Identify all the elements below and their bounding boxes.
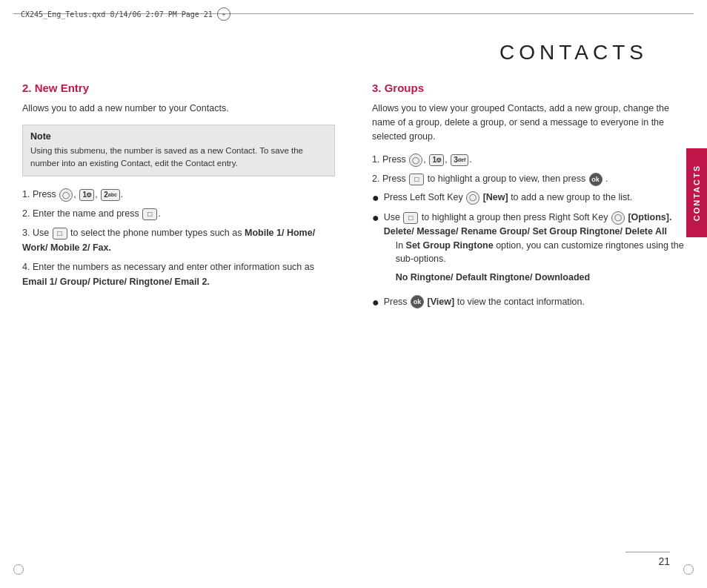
key-ok2-icon: ok [411, 295, 424, 308]
step-1-number: 1. Press [22, 189, 59, 199]
key-leftsoftkey-icon: ◯ [466, 191, 479, 205]
step-3-number: 3. Use [22, 228, 52, 238]
bullet-1-content: Press Left Soft Key ◯ [New] to add a new… [384, 191, 685, 205]
bullet-2-use: Use [384, 212, 403, 222]
bullet-3: ● Press ok [View] to view the contact in… [372, 295, 685, 309]
step-1: 1. Press ◯, 1⎊, 2abc. [22, 187, 335, 202]
bullet-2-content: Use □ to highlight a group then press Ri… [384, 211, 685, 289]
right-column: 3. Groups Allows you to view your groupe… [365, 82, 685, 544]
step-3-text: to select the phone number types such as [70, 228, 245, 238]
page-title: CONTACTS [499, 41, 648, 65]
bullet-1-text-before: Press Left Soft Key [384, 192, 465, 202]
bullet-3-press: Press [384, 297, 410, 307]
bullet-dot-3: ● [372, 297, 379, 308]
groups-intro: Allows you to view your grouped Contacts… [372, 102, 685, 143]
step-2: 2. Enter the name and press □. [22, 206, 335, 221]
key-menu-icon: ◯ [59, 188, 73, 202]
bullet-1-text-after: to add a new group to the list. [511, 192, 632, 202]
bullet-3-content: Press ok [View] to view the contact info… [384, 295, 685, 309]
bullet-3-text-after: to view the contact information. [457, 297, 585, 307]
key-nav3-icon: □ [409, 174, 424, 185]
bullet-3-view-bold: [View] [428, 297, 455, 307]
key-nav4-icon: □ [403, 212, 418, 224]
bullet-2-sub-options: No Ringtone/ Default Ringtone/ Downloade… [384, 271, 685, 285]
key-nav-icon: □ [142, 208, 157, 220]
groups-step-1: 1. Press ◯, 1⎊, 3def. [372, 152, 685, 167]
bullet-2-mid: to highlight a group then press Right So… [422, 212, 611, 222]
bottom-line [625, 552, 670, 552]
new-entry-title: 2. New Entry [22, 82, 335, 94]
page-number: 21 [658, 555, 670, 567]
note-title: Note [30, 131, 327, 142]
content-area: 2. New Entry Allows you to add a new num… [22, 82, 685, 544]
side-tab: CONTACTS [686, 148, 707, 237]
key-g1-icon: 1⎊ [429, 154, 444, 166]
stamp-area: CX245_Eng_Telus.qxd 8/14/06 2:07 PM Page… [21, 7, 230, 21]
groups-step-1-text: 1. Press [372, 154, 408, 165]
bullet-dot-1: ● [372, 192, 379, 204]
key-rightsoftkey-icon: ◯ [611, 211, 625, 225]
bullet-2-options-bold: [Options]. [628, 212, 671, 222]
bullet-1-bold: [New] [483, 192, 508, 202]
groups-title: 3. Groups [372, 82, 685, 94]
key-2-icon: 2abc [101, 189, 120, 201]
note-text: Using this submenu, the number is saved … [30, 145, 327, 171]
left-column: 2. New Entry Allows you to add a new num… [22, 82, 342, 544]
corner-mark-bottom-right [683, 564, 694, 575]
bullet-2-ringtone-options: No Ringtone/ Default Ringtone/ Downloade… [396, 272, 590, 283]
key-ok-icon: ok [589, 173, 603, 186]
side-tab-label: CONTACTS [692, 165, 701, 221]
step-2-text: 2. Enter the name and press [22, 208, 142, 219]
corner-mark-bottom-left [13, 564, 24, 575]
bullet-2: ● Use □ to highlight a group then press … [372, 211, 685, 289]
key-menu2-icon: ◯ [409, 153, 422, 167]
step-4: 4. Enter the numbers as necessary and en… [22, 260, 335, 289]
key-nav2-icon: □ [53, 228, 67, 240]
key-g3-icon: 3def [451, 154, 468, 166]
bullet-1: ● Press Left Soft Key ◯ [New] to add a n… [372, 191, 685, 205]
step-4-bold: Email 1/ Group/ Picture/ Ringtone/ Email… [22, 277, 210, 287]
groups-step-2: 2. Press □ to highlight a group to view,… [372, 171, 685, 186]
new-entry-intro: Allows you to add a new number to your C… [22, 102, 335, 116]
bullet-dot-2: ● [372, 212, 379, 224]
note-box: Note Using this submenu, the number is s… [22, 125, 335, 177]
groups-step-2-mid: to highlight a group to view, then press [428, 174, 588, 184]
bullet-2-set-group-bold: Set Group Ringtone [406, 240, 494, 251]
stamp-circle: + [217, 7, 230, 21]
key-1-icon: 1⎊ [79, 189, 94, 201]
stamp-text: CX245_Eng_Telus.qxd 8/14/06 2:07 PM Page… [21, 10, 213, 19]
step-3: 3. Use □ to select the phone number type… [22, 225, 335, 255]
step-4-text: 4. Enter the numbers as necessary and en… [22, 262, 314, 272]
bullet-2-in: In [396, 240, 406, 251]
bullet-2-options-list: Delete/ Message/ Rename Group/ Set Group… [384, 226, 667, 237]
groups-step-2-text: 2. Press [372, 174, 408, 184]
groups-step-2-end: . [605, 174, 608, 184]
bullet-2-sub-note: In Set Group Ringtone option, you can cu… [384, 239, 685, 267]
